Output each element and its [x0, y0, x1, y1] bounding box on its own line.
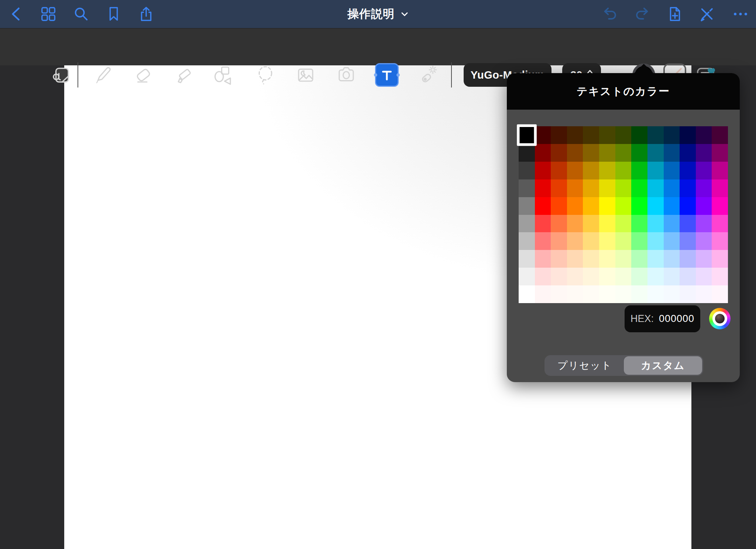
color-swatch[interactable]: [696, 126, 712, 144]
color-swatch[interactable]: [664, 232, 680, 250]
share-button[interactable]: [137, 5, 155, 23]
paper-style-button[interactable]: [51, 65, 71, 85]
color-swatch[interactable]: [647, 197, 664, 215]
redo-button[interactable]: [633, 5, 651, 23]
color-swatch[interactable]: [519, 144, 535, 162]
color-swatch[interactable]: [680, 250, 696, 268]
color-swatch[interactable]: [664, 162, 680, 179]
color-swatch[interactable]: [631, 162, 647, 179]
color-swatch[interactable]: [551, 215, 567, 233]
color-swatch[interactable]: [535, 285, 551, 303]
color-swatch[interactable]: [517, 124, 536, 146]
image-tool-button[interactable]: [296, 65, 316, 85]
color-swatch[interactable]: [567, 250, 583, 268]
color-swatch[interactable]: [615, 285, 632, 303]
color-swatch[interactable]: [599, 144, 615, 162]
color-swatch[interactable]: [599, 126, 615, 144]
color-swatch[interactable]: [535, 215, 551, 233]
color-swatch[interactable]: [599, 285, 615, 303]
color-swatch[interactable]: [519, 162, 535, 179]
color-swatch[interactable]: [615, 144, 632, 162]
page-title[interactable]: 操作説明: [347, 0, 409, 28]
color-swatch[interactable]: [519, 250, 535, 268]
color-swatch[interactable]: [615, 197, 632, 215]
color-swatch[interactable]: [712, 197, 728, 215]
color-swatch[interactable]: [712, 144, 728, 162]
color-swatch[interactable]: [583, 250, 599, 268]
color-swatch[interactable]: [664, 197, 680, 215]
search-button[interactable]: [72, 5, 90, 23]
color-swatch[interactable]: [535, 250, 551, 268]
color-swatch[interactable]: [696, 250, 712, 268]
color-swatch[interactable]: [664, 126, 680, 144]
color-swatch[interactable]: [519, 179, 535, 197]
color-swatch[interactable]: [583, 215, 599, 233]
color-swatch[interactable]: [599, 179, 615, 197]
color-swatch[interactable]: [551, 144, 567, 162]
color-swatch[interactable]: [551, 162, 567, 179]
eraser-tool-button[interactable]: [134, 65, 154, 85]
color-swatch[interactable]: [680, 232, 696, 250]
color-swatch[interactable]: [615, 250, 632, 268]
color-swatch[interactable]: [551, 179, 567, 197]
color-swatch[interactable]: [583, 126, 599, 144]
color-swatch[interactable]: [519, 285, 535, 303]
color-swatch[interactable]: [647, 215, 664, 233]
color-swatch[interactable]: [599, 268, 615, 285]
color-swatch[interactable]: [551, 126, 567, 144]
color-swatch[interactable]: [599, 250, 615, 268]
color-swatch[interactable]: [535, 197, 551, 215]
highlighter-tool-button[interactable]: [175, 65, 195, 85]
color-swatch[interactable]: [519, 197, 535, 215]
color-swatch[interactable]: [647, 250, 664, 268]
color-swatch[interactable]: [647, 232, 664, 250]
color-swatch[interactable]: [647, 162, 664, 179]
pen-tool-button[interactable]: [93, 65, 113, 85]
color-swatch[interactable]: [583, 285, 599, 303]
text-tool-button[interactable]: [375, 63, 399, 87]
color-swatch[interactable]: [664, 144, 680, 162]
color-swatch[interactable]: [631, 250, 647, 268]
color-swatch[interactable]: [680, 179, 696, 197]
color-swatch[interactable]: [535, 144, 551, 162]
color-swatch[interactable]: [712, 250, 728, 268]
color-swatch[interactable]: [583, 144, 599, 162]
color-swatch[interactable]: [680, 197, 696, 215]
color-swatch[interactable]: [712, 162, 728, 179]
color-swatch[interactable]: [664, 268, 680, 285]
color-swatch[interactable]: [551, 197, 567, 215]
color-swatch[interactable]: [615, 268, 632, 285]
color-swatch[interactable]: [567, 215, 583, 233]
color-swatch[interactable]: [583, 162, 599, 179]
color-swatch[interactable]: [712, 285, 728, 303]
color-swatch[interactable]: [535, 162, 551, 179]
add-page-button[interactable]: [666, 5, 684, 23]
color-swatch[interactable]: [680, 285, 696, 303]
color-swatch[interactable]: [599, 162, 615, 179]
color-swatch[interactable]: [712, 232, 728, 250]
tab-custom[interactable]: カスタム: [624, 356, 702, 375]
color-swatch[interactable]: [664, 215, 680, 233]
color-swatch[interactable]: [696, 162, 712, 179]
bookmark-button[interactable]: [105, 5, 123, 23]
color-swatch[interactable]: [631, 126, 647, 144]
camera-tool-button[interactable]: [336, 65, 356, 85]
color-swatch[interactable]: [519, 215, 535, 233]
color-swatch[interactable]: [664, 285, 680, 303]
color-swatch[interactable]: [631, 215, 647, 233]
color-swatch[interactable]: [647, 268, 664, 285]
color-swatch[interactable]: [631, 179, 647, 197]
color-swatch[interactable]: [567, 179, 583, 197]
color-swatch[interactable]: [647, 126, 664, 144]
color-swatch[interactable]: [680, 268, 696, 285]
color-swatch[interactable]: [599, 215, 615, 233]
color-swatch[interactable]: [647, 179, 664, 197]
thumbnails-button[interactable]: [39, 5, 57, 23]
color-swatch[interactable]: [712, 215, 728, 233]
lasso-tool-button[interactable]: [255, 65, 275, 85]
undo-button[interactable]: [601, 5, 619, 23]
color-swatch[interactable]: [567, 268, 583, 285]
stop-editing-button[interactable]: [698, 5, 716, 23]
color-swatch[interactable]: [696, 285, 712, 303]
color-swatch[interactable]: [567, 232, 583, 250]
